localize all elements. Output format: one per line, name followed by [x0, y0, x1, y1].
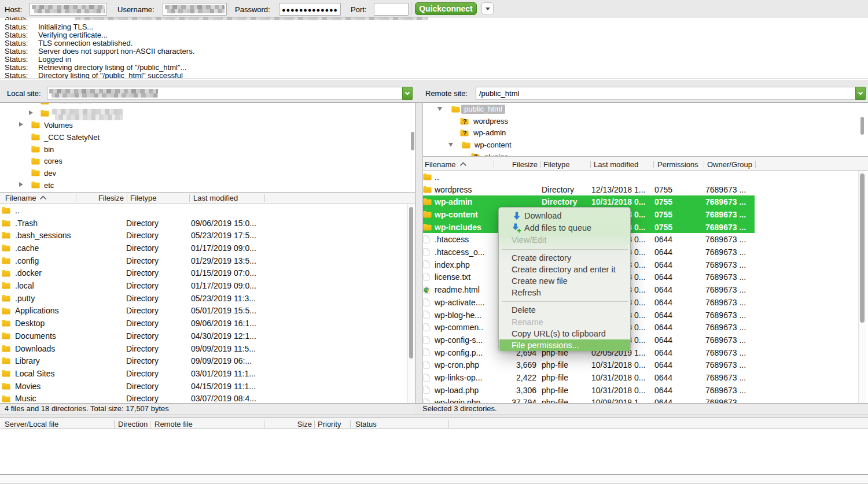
svg-text:?: ? [463, 130, 466, 136]
svg-text:?: ? [463, 117, 466, 124]
